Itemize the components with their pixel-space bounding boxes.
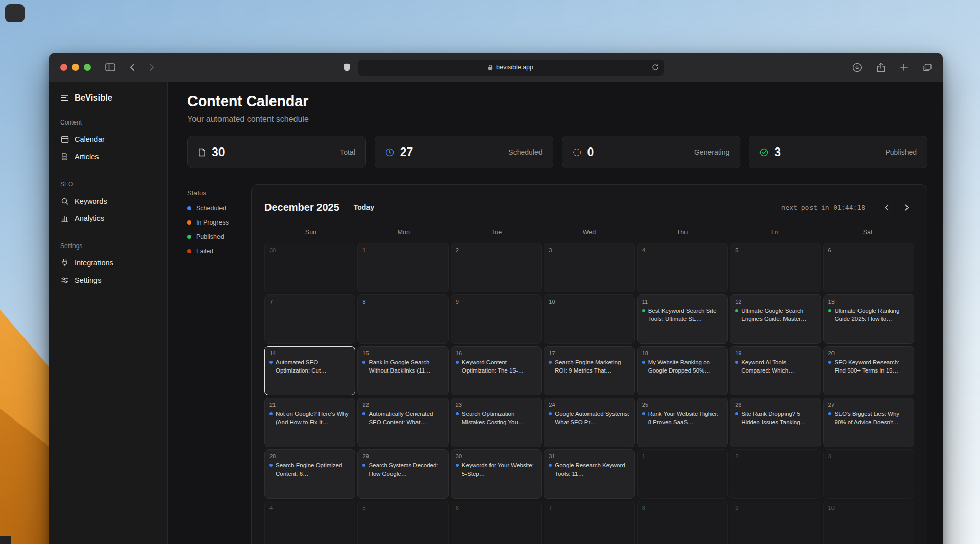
sidebar-item-label: Settings: [75, 276, 101, 284]
calendar-day-2[interactable]: 2: [451, 243, 542, 292]
calendar-day-3-outside[interactable]: 3: [823, 449, 914, 499]
next-month-button[interactable]: [900, 200, 914, 214]
calendar-event[interactable]: Keyword AI Tools Compared: Which…: [735, 359, 816, 375]
sidebar-item-integrations[interactable]: Integrations: [57, 254, 159, 271]
address-bar[interactable]: bevisible.app: [358, 60, 664, 76]
calendar-day-14[interactable]: 14Automated SEO Optimization: Cut…: [264, 346, 355, 395]
calendar-day-19[interactable]: 19Keyword AI Tools Compared: Which…: [730, 346, 821, 395]
day-number: 20: [828, 350, 909, 356]
back-button-icon[interactable]: [130, 63, 135, 71]
calendar-day-30[interactable]: 30Keywords for Your Website: 5-Step…: [451, 449, 542, 499]
calendar-day-8[interactable]: 8: [357, 294, 448, 344]
calendar-event[interactable]: SEO's Biggest Lies: Why 90% of Advice Do…: [828, 410, 909, 426]
minimize-window-button[interactable]: [72, 64, 79, 71]
calendar-day-4-outside[interactable]: 4: [264, 501, 355, 544]
sidebar-item-analytics[interactable]: Analytics: [57, 210, 159, 227]
calendar-day-27[interactable]: 27SEO's Biggest Lies: Why 90% of Advice …: [823, 398, 914, 447]
calendar-day-7-outside[interactable]: 7: [544, 501, 634, 544]
day-number: 13: [828, 299, 909, 305]
calendar-day-22[interactable]: 22Automatically Generated SEO Content: W…: [357, 398, 448, 447]
calendar-day-10[interactable]: 10: [544, 294, 634, 344]
event-status-dot: [642, 309, 645, 312]
event-status-dot: [270, 412, 273, 415]
calendar-event[interactable]: Rank in Google Search Without Backlinks …: [362, 359, 443, 375]
day-number: 16: [456, 350, 536, 356]
toolbar-right-group: [852, 63, 932, 72]
calendar-day-23[interactable]: 23Search Optimization Mistakes Costing Y…: [451, 398, 542, 447]
close-window-button[interactable]: [60, 64, 67, 71]
calendar-day-1-outside[interactable]: 1: [637, 449, 728, 499]
main-content: Content Calendar Your automated content …: [168, 82, 943, 544]
sidebar-item-articles[interactable]: Articles: [57, 148, 159, 165]
calendar-event[interactable]: Keyword Content Optimization: The 15-…: [456, 359, 536, 375]
calendar-day-31[interactable]: 31Google Research Keyword Tools: 11…: [544, 449, 634, 499]
downloads-icon[interactable]: [852, 63, 862, 72]
calendar-day-28[interactable]: 28Search Engine Optimized Content: 6…: [264, 449, 355, 499]
calendar-event[interactable]: Automated SEO Optimization: Cut…: [270, 359, 350, 375]
calendar-day-15[interactable]: 15Rank in Google Search Without Backlink…: [357, 346, 448, 395]
day-number: 15: [362, 350, 443, 356]
day-number: 26: [735, 402, 816, 408]
forward-button-icon[interactable]: [149, 63, 154, 71]
traffic-lights: [60, 64, 91, 71]
calendar-day-7[interactable]: 7: [264, 294, 355, 344]
calendar-day-26[interactable]: 26Site Rank Dropping? 5 Hidden Issues Ta…: [730, 398, 821, 447]
calendar-event[interactable]: Google Research Keyword Tools: 11…: [549, 462, 629, 478]
calendar-day-20[interactable]: 20SEO Keyword Research: Find 500+ Terms …: [823, 346, 914, 395]
calendar-day-16[interactable]: 16Keyword Content Optimization: The 15-…: [451, 346, 542, 395]
calendar-day-18[interactable]: 18My Website Ranking on Google Dropped 5…: [637, 346, 728, 395]
calendar-event[interactable]: Search Systems Decoded: How Google…: [362, 462, 443, 478]
day-number: 30: [456, 453, 536, 459]
calendar-day-24[interactable]: 24Google Automated Systems: What SEO Pr…: [544, 398, 634, 447]
calendar-event[interactable]: Not on Google? Here's Why (And How to Fi…: [270, 410, 350, 426]
share-icon[interactable]: [877, 63, 885, 72]
today-button[interactable]: Today: [354, 203, 374, 211]
calendar-event[interactable]: Rank Your Website Higher: 8 Proven SaaS…: [642, 410, 723, 426]
calendar-day-12[interactable]: 12Ultimate Google Search Engines Guide: …: [730, 294, 821, 344]
calendar-event[interactable]: Search Engine Optimized Content: 6…: [270, 462, 350, 478]
calendar-event[interactable]: Ultimate Google Ranking Guide 2025: How …: [828, 307, 909, 323]
calendar-day-5-outside[interactable]: 5: [357, 501, 448, 544]
sidebar-toggle-icon[interactable]: [105, 63, 115, 71]
calendar-day-29[interactable]: 29Search Systems Decoded: How Google…: [357, 449, 448, 499]
tab-overview-icon[interactable]: [923, 64, 932, 71]
calendar-day-6-outside[interactable]: 6: [451, 501, 542, 544]
calendar-day-1[interactable]: 1: [357, 243, 448, 292]
calendar-day-11[interactable]: 11Best Keyword Search Site Tools: Ultima…: [637, 294, 728, 344]
calendar-event[interactable]: Search Engine Marketing ROI: 9 Metrics T…: [549, 359, 629, 375]
calendar-day-21[interactable]: 21Not on Google? Here's Why (And How to …: [264, 398, 355, 447]
calendar-event[interactable]: Search Optimization Mistakes Costing You…: [456, 410, 536, 426]
calendar-event[interactable]: Google Automated Systems: What SEO Pr…: [549, 410, 629, 426]
zoom-window-button[interactable]: [84, 64, 91, 71]
calendar-day-9-outside[interactable]: 9: [730, 501, 821, 544]
calendar-day-25[interactable]: 25Rank Your Website Higher: 8 Proven Saa…: [637, 398, 728, 447]
calendar-day-9[interactable]: 9: [451, 294, 542, 344]
new-tab-icon[interactable]: [900, 63, 908, 71]
calendar-day-17[interactable]: 17Search Engine Marketing ROI: 9 Metrics…: [544, 346, 634, 395]
sidebar-item-calendar[interactable]: Calendar: [57, 131, 159, 148]
calendar-event[interactable]: My Website Ranking on Google Dropped 50%…: [642, 359, 723, 375]
calendar-event[interactable]: Site Rank Dropping? 5 Hidden Issues Tank…: [735, 410, 816, 426]
calendar-day-6[interactable]: 6: [823, 243, 914, 292]
calendar-day-4[interactable]: 4: [637, 243, 728, 292]
calendar-day-10-outside[interactable]: 10: [823, 501, 914, 544]
calendar-day-13[interactable]: 13Ultimate Google Ranking Guide 2025: Ho…: [823, 294, 914, 344]
calendar-day-8-outside[interactable]: 8: [637, 501, 728, 544]
prev-month-button[interactable]: [879, 200, 894, 214]
calendar-event[interactable]: SEO Keyword Research: Find 500+ Terms in…: [828, 359, 909, 375]
calendar-day-5[interactable]: 5: [730, 243, 821, 292]
privacy-shield-icon[interactable]: [343, 63, 351, 72]
calendar-day-2-outside[interactable]: 2: [730, 449, 821, 499]
day-number: 8: [642, 505, 723, 511]
calendar-day-3[interactable]: 3: [544, 243, 634, 292]
reload-icon[interactable]: [652, 64, 659, 71]
calendar-day-30-outside[interactable]: 30: [264, 243, 355, 292]
app-logo[interactable]: BeVisible: [57, 92, 159, 104]
stat-label: Published: [886, 148, 917, 156]
calendar-event[interactable]: Best Keyword Search Site Tools: Ultimate…: [642, 307, 723, 323]
calendar-event[interactable]: Keywords for Your Website: 5-Step…: [456, 462, 536, 478]
sidebar-item-settings[interactable]: Settings: [57, 271, 159, 289]
calendar-event[interactable]: Ultimate Google Search Engines Guide: Ma…: [735, 307, 816, 323]
sidebar-item-keywords[interactable]: Keywords: [57, 192, 159, 210]
calendar-event[interactable]: Automatically Generated SEO Content: Wha…: [362, 410, 443, 426]
